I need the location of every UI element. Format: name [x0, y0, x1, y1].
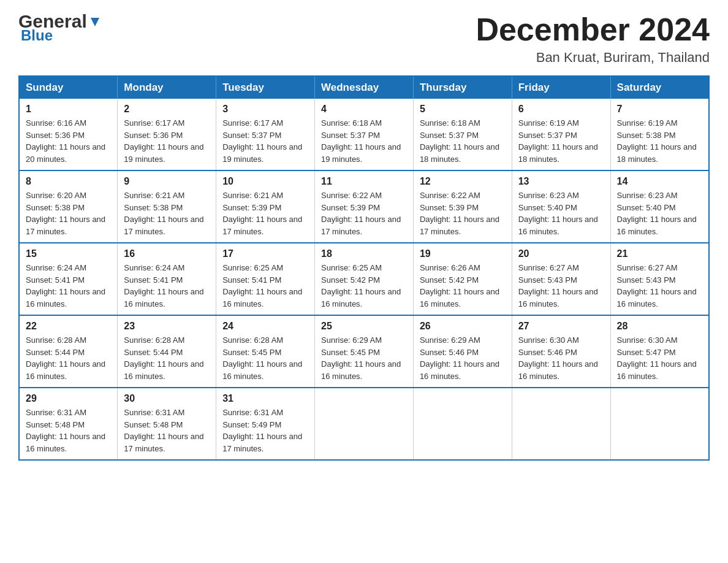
day-number: 28	[617, 321, 702, 332]
day-number: 6	[518, 104, 604, 115]
calendar-cell: 9Sunrise: 6:21 AMSunset: 5:38 PMDaylight…	[118, 170, 216, 243]
day-info: Sunrise: 6:27 AMSunset: 5:43 PMDaylight:…	[617, 262, 702, 310]
logo-triangle-icon	[88, 15, 102, 29]
calendar-cell: 5Sunrise: 6:18 AMSunset: 5:37 PMDaylight…	[413, 99, 512, 170]
calendar-cell: 28Sunrise: 6:30 AMSunset: 5:47 PMDayligh…	[610, 315, 709, 388]
day-info: Sunrise: 6:22 AMSunset: 5:39 PMDaylight:…	[420, 190, 506, 237]
day-number: 12	[420, 176, 506, 187]
calendar-week-row: 8Sunrise: 6:20 AMSunset: 5:38 PMDaylight…	[19, 170, 709, 243]
calendar-cell: 26Sunrise: 6:29 AMSunset: 5:46 PMDayligh…	[413, 315, 512, 388]
calendar-cell: 29Sunrise: 6:31 AMSunset: 5:48 PMDayligh…	[19, 388, 118, 460]
column-header-wednesday: Wednesday	[315, 76, 414, 99]
day-info: Sunrise: 6:28 AMSunset: 5:44 PMDaylight:…	[26, 334, 111, 382]
calendar-table: SundayMondayTuesdayWednesdayThursdayFrid…	[18, 75, 710, 461]
calendar-cell: 22Sunrise: 6:28 AMSunset: 5:44 PMDayligh…	[19, 315, 118, 388]
day-number: 10	[222, 176, 308, 187]
calendar-cell: 15Sunrise: 6:24 AMSunset: 5:41 PMDayligh…	[19, 243, 118, 315]
day-info: Sunrise: 6:31 AMSunset: 5:48 PMDaylight:…	[124, 407, 210, 454]
day-info: Sunrise: 6:22 AMSunset: 5:39 PMDaylight:…	[321, 190, 407, 237]
day-info: Sunrise: 6:18 AMSunset: 5:37 PMDaylight:…	[420, 117, 506, 165]
calendar-cell: 12Sunrise: 6:22 AMSunset: 5:39 PMDayligh…	[413, 170, 512, 243]
calendar-cell: 14Sunrise: 6:23 AMSunset: 5:40 PMDayligh…	[610, 170, 709, 243]
day-number: 30	[124, 393, 210, 404]
calendar-cell: 30Sunrise: 6:31 AMSunset: 5:48 PMDayligh…	[118, 388, 216, 460]
calendar-cell: 1Sunrise: 6:16 AMSunset: 5:36 PMDaylight…	[19, 99, 118, 170]
page-header: General Blue December 2024 Ban Kruat, Bu…	[18, 12, 710, 66]
day-info: Sunrise: 6:16 AMSunset: 5:36 PMDaylight:…	[26, 117, 111, 165]
day-number: 9	[124, 176, 210, 187]
day-info: Sunrise: 6:26 AMSunset: 5:42 PMDaylight:…	[420, 262, 506, 310]
calendar-cell: 25Sunrise: 6:29 AMSunset: 5:45 PMDayligh…	[315, 315, 414, 388]
day-number: 27	[518, 321, 604, 332]
day-info: Sunrise: 6:20 AMSunset: 5:38 PMDaylight:…	[26, 190, 111, 237]
day-number: 3	[222, 104, 308, 115]
day-number: 16	[124, 248, 210, 259]
day-number: 2	[124, 104, 210, 115]
day-number: 8	[26, 176, 111, 187]
day-number: 24	[222, 321, 308, 332]
day-number: 20	[518, 248, 604, 259]
calendar-cell: 8Sunrise: 6:20 AMSunset: 5:38 PMDaylight…	[19, 170, 118, 243]
day-info: Sunrise: 6:23 AMSunset: 5:40 PMDaylight:…	[518, 190, 604, 237]
day-info: Sunrise: 6:28 AMSunset: 5:44 PMDaylight:…	[124, 334, 210, 382]
day-info: Sunrise: 6:25 AMSunset: 5:42 PMDaylight:…	[321, 262, 407, 310]
calendar-cell: 16Sunrise: 6:24 AMSunset: 5:41 PMDayligh…	[118, 243, 216, 315]
calendar-cell: 11Sunrise: 6:22 AMSunset: 5:39 PMDayligh…	[315, 170, 414, 243]
day-number: 11	[321, 176, 407, 187]
column-header-monday: Monday	[118, 76, 216, 99]
calendar-cell: 2Sunrise: 6:17 AMSunset: 5:36 PMDaylight…	[118, 99, 216, 170]
day-number: 5	[420, 104, 506, 115]
day-number: 13	[518, 176, 604, 187]
calendar-cell: 20Sunrise: 6:27 AMSunset: 5:43 PMDayligh…	[512, 243, 610, 315]
calendar-cell: 19Sunrise: 6:26 AMSunset: 5:42 PMDayligh…	[413, 243, 512, 315]
day-info: Sunrise: 6:23 AMSunset: 5:40 PMDaylight:…	[617, 190, 702, 237]
calendar-cell: 13Sunrise: 6:23 AMSunset: 5:40 PMDayligh…	[512, 170, 610, 243]
logo: General Blue	[18, 12, 102, 43]
calendar-cell: 10Sunrise: 6:21 AMSunset: 5:39 PMDayligh…	[216, 170, 315, 243]
day-info: Sunrise: 6:24 AMSunset: 5:41 PMDaylight:…	[26, 262, 111, 310]
day-info: Sunrise: 6:17 AMSunset: 5:36 PMDaylight:…	[124, 117, 210, 165]
calendar-cell: 24Sunrise: 6:28 AMSunset: 5:45 PMDayligh…	[216, 315, 315, 388]
calendar-cell: 3Sunrise: 6:17 AMSunset: 5:37 PMDaylight…	[216, 99, 315, 170]
day-number: 19	[420, 248, 506, 259]
calendar-cell: 18Sunrise: 6:25 AMSunset: 5:42 PMDayligh…	[315, 243, 414, 315]
calendar-week-row: 29Sunrise: 6:31 AMSunset: 5:48 PMDayligh…	[19, 388, 709, 460]
svg-marker-0	[91, 18, 99, 26]
column-header-sunday: Sunday	[19, 76, 118, 99]
column-header-thursday: Thursday	[413, 76, 512, 99]
day-info: Sunrise: 6:18 AMSunset: 5:37 PMDaylight:…	[321, 117, 407, 165]
day-number: 4	[321, 104, 407, 115]
day-number: 1	[26, 104, 111, 115]
calendar-cell	[413, 388, 512, 460]
day-number: 25	[321, 321, 407, 332]
day-info: Sunrise: 6:19 AMSunset: 5:38 PMDaylight:…	[617, 117, 702, 165]
day-number: 29	[26, 393, 111, 404]
day-info: Sunrise: 6:19 AMSunset: 5:37 PMDaylight:…	[518, 117, 604, 165]
calendar-cell	[610, 388, 709, 460]
day-number: 22	[26, 321, 111, 332]
day-info: Sunrise: 6:21 AMSunset: 5:39 PMDaylight:…	[222, 190, 308, 237]
calendar-cell: 21Sunrise: 6:27 AMSunset: 5:43 PMDayligh…	[610, 243, 709, 315]
calendar-cell: 6Sunrise: 6:19 AMSunset: 5:37 PMDaylight…	[512, 99, 610, 170]
day-info: Sunrise: 6:21 AMSunset: 5:38 PMDaylight:…	[124, 190, 210, 237]
location-text: Ban Kruat, Buriram, Thailand	[476, 50, 710, 66]
day-number: 14	[617, 176, 702, 187]
day-number: 18	[321, 248, 407, 259]
day-info: Sunrise: 6:24 AMSunset: 5:41 PMDaylight:…	[124, 262, 210, 310]
calendar-cell	[315, 388, 414, 460]
day-info: Sunrise: 6:17 AMSunset: 5:37 PMDaylight:…	[222, 117, 308, 165]
calendar-cell: 31Sunrise: 6:31 AMSunset: 5:49 PMDayligh…	[216, 388, 315, 460]
calendar-week-row: 1Sunrise: 6:16 AMSunset: 5:36 PMDaylight…	[19, 99, 709, 170]
day-number: 15	[26, 248, 111, 259]
day-info: Sunrise: 6:30 AMSunset: 5:46 PMDaylight:…	[518, 334, 604, 382]
calendar-cell: 27Sunrise: 6:30 AMSunset: 5:46 PMDayligh…	[512, 315, 610, 388]
column-header-friday: Friday	[512, 76, 610, 99]
day-number: 7	[617, 104, 702, 115]
day-info: Sunrise: 6:29 AMSunset: 5:46 PMDaylight:…	[420, 334, 506, 382]
day-info: Sunrise: 6:30 AMSunset: 5:47 PMDaylight:…	[617, 334, 702, 382]
day-info: Sunrise: 6:29 AMSunset: 5:45 PMDaylight:…	[321, 334, 407, 382]
calendar-header-row: SundayMondayTuesdayWednesdayThursdayFrid…	[19, 76, 709, 99]
calendar-cell: 4Sunrise: 6:18 AMSunset: 5:37 PMDaylight…	[315, 99, 414, 170]
calendar-week-row: 15Sunrise: 6:24 AMSunset: 5:41 PMDayligh…	[19, 243, 709, 315]
day-info: Sunrise: 6:31 AMSunset: 5:48 PMDaylight:…	[26, 407, 111, 454]
